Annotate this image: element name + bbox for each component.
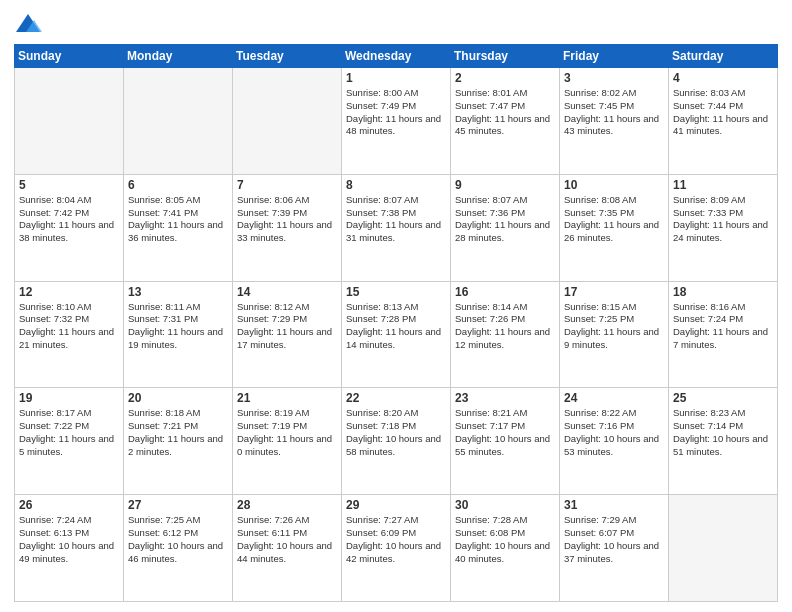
weekday-header-thursday: Thursday (451, 45, 560, 68)
day-number: 25 (673, 391, 773, 405)
day-info: Sunrise: 8:03 AM Sunset: 7:44 PM Dayligh… (673, 87, 773, 138)
day-cell: 23Sunrise: 8:21 AM Sunset: 7:17 PM Dayli… (451, 388, 560, 495)
day-cell: 30Sunrise: 7:28 AM Sunset: 6:08 PM Dayli… (451, 495, 560, 602)
day-cell: 7Sunrise: 8:06 AM Sunset: 7:39 PM Daylig… (233, 174, 342, 281)
day-info: Sunrise: 7:25 AM Sunset: 6:12 PM Dayligh… (128, 514, 228, 565)
day-cell: 28Sunrise: 7:26 AM Sunset: 6:11 PM Dayli… (233, 495, 342, 602)
day-cell (15, 68, 124, 175)
day-number: 16 (455, 285, 555, 299)
day-info: Sunrise: 8:16 AM Sunset: 7:24 PM Dayligh… (673, 301, 773, 352)
week-row-1: 1Sunrise: 8:00 AM Sunset: 7:49 PM Daylig… (15, 68, 778, 175)
day-number: 15 (346, 285, 446, 299)
day-number: 19 (19, 391, 119, 405)
day-info: Sunrise: 8:08 AM Sunset: 7:35 PM Dayligh… (564, 194, 664, 245)
day-number: 4 (673, 71, 773, 85)
day-info: Sunrise: 8:15 AM Sunset: 7:25 PM Dayligh… (564, 301, 664, 352)
day-info: Sunrise: 8:06 AM Sunset: 7:39 PM Dayligh… (237, 194, 337, 245)
day-info: Sunrise: 7:24 AM Sunset: 6:13 PM Dayligh… (19, 514, 119, 565)
day-cell: 15Sunrise: 8:13 AM Sunset: 7:28 PM Dayli… (342, 281, 451, 388)
day-info: Sunrise: 8:07 AM Sunset: 7:38 PM Dayligh… (346, 194, 446, 245)
day-number: 8 (346, 178, 446, 192)
day-number: 1 (346, 71, 446, 85)
day-number: 3 (564, 71, 664, 85)
day-number: 12 (19, 285, 119, 299)
day-info: Sunrise: 8:07 AM Sunset: 7:36 PM Dayligh… (455, 194, 555, 245)
day-info: Sunrise: 8:02 AM Sunset: 7:45 PM Dayligh… (564, 87, 664, 138)
day-info: Sunrise: 8:14 AM Sunset: 7:26 PM Dayligh… (455, 301, 555, 352)
day-info: Sunrise: 8:19 AM Sunset: 7:19 PM Dayligh… (237, 407, 337, 458)
day-info: Sunrise: 8:00 AM Sunset: 7:49 PM Dayligh… (346, 87, 446, 138)
weekday-header-friday: Friday (560, 45, 669, 68)
day-cell: 14Sunrise: 8:12 AM Sunset: 7:29 PM Dayli… (233, 281, 342, 388)
weekday-header-monday: Monday (124, 45, 233, 68)
day-cell: 13Sunrise: 8:11 AM Sunset: 7:31 PM Dayli… (124, 281, 233, 388)
day-number: 13 (128, 285, 228, 299)
day-number: 17 (564, 285, 664, 299)
day-cell: 9Sunrise: 8:07 AM Sunset: 7:36 PM Daylig… (451, 174, 560, 281)
day-cell: 27Sunrise: 7:25 AM Sunset: 6:12 PM Dayli… (124, 495, 233, 602)
day-number: 14 (237, 285, 337, 299)
day-number: 24 (564, 391, 664, 405)
day-cell: 20Sunrise: 8:18 AM Sunset: 7:21 PM Dayli… (124, 388, 233, 495)
day-number: 2 (455, 71, 555, 85)
day-number: 6 (128, 178, 228, 192)
day-cell: 21Sunrise: 8:19 AM Sunset: 7:19 PM Dayli… (233, 388, 342, 495)
week-row-2: 5Sunrise: 8:04 AM Sunset: 7:42 PM Daylig… (15, 174, 778, 281)
day-cell: 6Sunrise: 8:05 AM Sunset: 7:41 PM Daylig… (124, 174, 233, 281)
day-cell: 26Sunrise: 7:24 AM Sunset: 6:13 PM Dayli… (15, 495, 124, 602)
day-info: Sunrise: 8:04 AM Sunset: 7:42 PM Dayligh… (19, 194, 119, 245)
day-number: 27 (128, 498, 228, 512)
day-info: Sunrise: 7:27 AM Sunset: 6:09 PM Dayligh… (346, 514, 446, 565)
day-number: 11 (673, 178, 773, 192)
day-number: 5 (19, 178, 119, 192)
day-info: Sunrise: 7:28 AM Sunset: 6:08 PM Dayligh… (455, 514, 555, 565)
day-number: 31 (564, 498, 664, 512)
week-row-4: 19Sunrise: 8:17 AM Sunset: 7:22 PM Dayli… (15, 388, 778, 495)
day-number: 10 (564, 178, 664, 192)
day-cell: 16Sunrise: 8:14 AM Sunset: 7:26 PM Dayli… (451, 281, 560, 388)
day-info: Sunrise: 8:13 AM Sunset: 7:28 PM Dayligh… (346, 301, 446, 352)
day-number: 21 (237, 391, 337, 405)
day-info: Sunrise: 8:12 AM Sunset: 7:29 PM Dayligh… (237, 301, 337, 352)
day-cell (233, 68, 342, 175)
day-cell: 5Sunrise: 8:04 AM Sunset: 7:42 PM Daylig… (15, 174, 124, 281)
weekday-header-row: SundayMondayTuesdayWednesdayThursdayFrid… (15, 45, 778, 68)
weekday-header-saturday: Saturday (669, 45, 778, 68)
day-number: 20 (128, 391, 228, 405)
day-cell: 25Sunrise: 8:23 AM Sunset: 7:14 PM Dayli… (669, 388, 778, 495)
day-cell: 29Sunrise: 7:27 AM Sunset: 6:09 PM Dayli… (342, 495, 451, 602)
day-cell (669, 495, 778, 602)
header (14, 10, 778, 38)
day-number: 9 (455, 178, 555, 192)
day-info: Sunrise: 8:21 AM Sunset: 7:17 PM Dayligh… (455, 407, 555, 458)
logo-icon (14, 10, 42, 38)
day-info: Sunrise: 7:29 AM Sunset: 6:07 PM Dayligh… (564, 514, 664, 565)
day-info: Sunrise: 8:05 AM Sunset: 7:41 PM Dayligh… (128, 194, 228, 245)
day-cell: 18Sunrise: 8:16 AM Sunset: 7:24 PM Dayli… (669, 281, 778, 388)
weekday-header-tuesday: Tuesday (233, 45, 342, 68)
day-info: Sunrise: 8:10 AM Sunset: 7:32 PM Dayligh… (19, 301, 119, 352)
day-number: 22 (346, 391, 446, 405)
logo (14, 10, 46, 38)
day-cell (124, 68, 233, 175)
calendar-table: SundayMondayTuesdayWednesdayThursdayFrid… (14, 44, 778, 602)
day-cell: 8Sunrise: 8:07 AM Sunset: 7:38 PM Daylig… (342, 174, 451, 281)
day-number: 23 (455, 391, 555, 405)
week-row-5: 26Sunrise: 7:24 AM Sunset: 6:13 PM Dayli… (15, 495, 778, 602)
day-cell: 4Sunrise: 8:03 AM Sunset: 7:44 PM Daylig… (669, 68, 778, 175)
day-info: Sunrise: 8:09 AM Sunset: 7:33 PM Dayligh… (673, 194, 773, 245)
day-number: 29 (346, 498, 446, 512)
week-row-3: 12Sunrise: 8:10 AM Sunset: 7:32 PM Dayli… (15, 281, 778, 388)
day-cell: 12Sunrise: 8:10 AM Sunset: 7:32 PM Dayli… (15, 281, 124, 388)
page: SundayMondayTuesdayWednesdayThursdayFrid… (0, 0, 792, 612)
weekday-header-wednesday: Wednesday (342, 45, 451, 68)
day-info: Sunrise: 8:11 AM Sunset: 7:31 PM Dayligh… (128, 301, 228, 352)
day-cell: 31Sunrise: 7:29 AM Sunset: 6:07 PM Dayli… (560, 495, 669, 602)
day-info: Sunrise: 8:17 AM Sunset: 7:22 PM Dayligh… (19, 407, 119, 458)
day-cell: 24Sunrise: 8:22 AM Sunset: 7:16 PM Dayli… (560, 388, 669, 495)
weekday-header-sunday: Sunday (15, 45, 124, 68)
day-cell: 11Sunrise: 8:09 AM Sunset: 7:33 PM Dayli… (669, 174, 778, 281)
day-cell: 2Sunrise: 8:01 AM Sunset: 7:47 PM Daylig… (451, 68, 560, 175)
day-cell: 17Sunrise: 8:15 AM Sunset: 7:25 PM Dayli… (560, 281, 669, 388)
day-cell: 3Sunrise: 8:02 AM Sunset: 7:45 PM Daylig… (560, 68, 669, 175)
